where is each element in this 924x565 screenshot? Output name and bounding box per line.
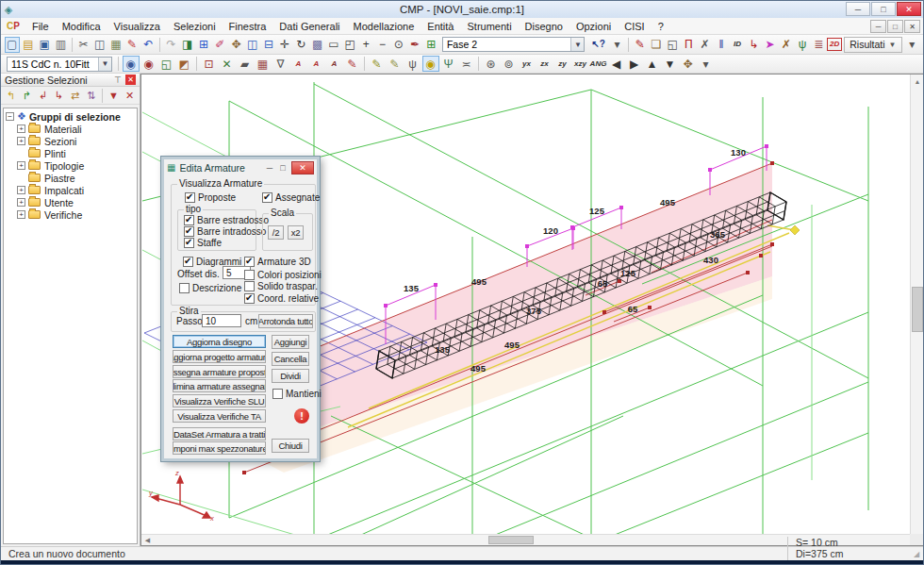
- menu-item-selezioni[interactable]: Selezioni: [167, 20, 223, 33]
- menu-item-file[interactable]: File: [25, 20, 56, 33]
- close-button[interactable]: ✕: [897, 2, 921, 16]
- cdc-select[interactable]: 11S CdC n. 10Fitt▼: [7, 57, 112, 72]
- expand-icon[interactable]: +: [17, 137, 25, 145]
- menu-item-disegno[interactable]: Disegno: [519, 20, 569, 33]
- zoom-in-icon[interactable]: +: [358, 37, 373, 53]
- expand-icon[interactable]: +: [17, 161, 25, 170]
- elimina-armature-assegnate-button[interactable]: Elimina armature assegnate: [173, 379, 266, 392]
- context-help-icon[interactable]: ↖?: [588, 37, 609, 53]
- panel-close-icon[interactable]: ✕: [125, 75, 136, 85]
- undo-icon[interactable]: ↶: [140, 37, 156, 53]
- expand-icon[interactable]: +: [17, 198, 25, 207]
- aggiorna-disegno-button[interactable]: Aggiorna disegno: [173, 335, 266, 348]
- cancella-button[interactable]: Cancella: [272, 352, 309, 366]
- aggiorna-progetto-armature-button[interactable]: Aggiorna progetto armature: [173, 350, 266, 363]
- mdi-close-button[interactable]: ✕: [904, 20, 920, 33]
- resize-grip[interactable]: ◢: [910, 550, 923, 558]
- label-a1-icon[interactable]: A: [290, 56, 307, 72]
- menu-item-visualizza[interactable]: Visualizza: [107, 20, 167, 33]
- menu-item-modellazione[interactable]: Modellazione: [347, 20, 421, 33]
- more-icon[interactable]: ▾: [609, 37, 624, 53]
- step-prev-icon[interactable]: ◀: [608, 56, 625, 72]
- menu-item-cisi[interactable]: CISI: [618, 20, 651, 33]
- paste-icon[interactable]: ▦: [108, 37, 124, 53]
- zoom-previous-icon[interactable]: ◩: [176, 56, 193, 72]
- view-ang-icon[interactable]: ANG: [590, 56, 607, 72]
- expand-icon[interactable]: +: [17, 210, 25, 219]
- image-icon[interactable]: ⊞: [196, 37, 211, 53]
- probe-icon[interactable]: ⊙: [391, 37, 406, 53]
- dialog-minimize-icon[interactable]: ─: [263, 163, 276, 173]
- colori-posizioni-checkbox[interactable]: Colori posizioni: [244, 270, 322, 280]
- horizontal-scroll-thumb[interactable]: [488, 536, 534, 544]
- aggiungi-button[interactable]: Aggiungi: [272, 335, 309, 349]
- passo-input[interactable]: 10: [202, 314, 241, 327]
- view-zy-icon[interactable]: zy: [554, 56, 571, 72]
- pin-icon[interactable]: ⊤: [112, 75, 124, 85]
- sidebar-item-sezioni[interactable]: +Sezioni: [17, 135, 137, 147]
- expand-icon[interactable]: +: [17, 186, 25, 194]
- draw-beam-icon[interactable]: ✎: [633, 37, 648, 53]
- coord-relative-checkbox[interactable]: Coord. relative: [244, 293, 319, 304]
- section-icon[interactable]: ‖: [714, 37, 729, 53]
- select-fence-icon[interactable]: ▰: [237, 56, 254, 72]
- zoom-circle1-icon[interactable]: ⊛: [483, 56, 500, 72]
- menu-item-entita[interactable]: Entità: [421, 20, 460, 33]
- offset-node-icon[interactable]: ↳: [746, 37, 761, 53]
- redo-icon[interactable]: ↷: [163, 37, 178, 53]
- expand-icon[interactable]: +: [17, 125, 25, 133]
- menu-item-help[interactable]: ?: [652, 20, 670, 33]
- step-next-icon[interactable]: ▶: [626, 56, 643, 72]
- draft-pen1-icon[interactable]: ✎: [369, 56, 386, 72]
- label-pen-icon[interactable]: ✎: [344, 56, 361, 72]
- antenna-icon[interactable]: Ψ: [440, 56, 457, 72]
- selection-intersect-icon[interactable]: ⇄: [68, 88, 83, 103]
- mdi-minimize-button[interactable]: ─: [870, 20, 886, 33]
- label-a2-icon[interactable]: A: [308, 56, 325, 72]
- split-vertical-icon[interactable]: ◫: [245, 37, 260, 53]
- selection-remove-icon[interactable]: ↲: [36, 88, 51, 103]
- frame-icon[interactable]: Π: [681, 37, 696, 53]
- sidebar-item-piastre[interactable]: Piastre: [17, 172, 137, 184]
- move-icon[interactable]: ✛: [277, 37, 292, 53]
- dialog-title-bar[interactable]: ▦ Edita Armature ─ □ ✕: [164, 159, 317, 175]
- view-xzy-icon[interactable]: xzy: [572, 56, 589, 72]
- id-icon[interactable]: ID: [730, 37, 745, 53]
- sidebar-item-root[interactable]: −❖Gruppi di selezione: [6, 110, 137, 123]
- edit-pen-icon[interactable]: ✎: [124, 37, 140, 53]
- label-a3-icon[interactable]: A: [326, 56, 343, 72]
- select-window-icon[interactable]: ⊡: [201, 56, 218, 72]
- level-icon[interactable]: ≍: [458, 56, 475, 72]
- chevron-down-icon[interactable]: ▼: [98, 58, 111, 71]
- barre-intradosso-checkbox[interactable]: Barre intradosso: [184, 226, 266, 237]
- dataset-armatura-a-tratti-button[interactable]: DataSet Armatura a tratti: [173, 427, 266, 440]
- box-icon[interactable]: ▭: [326, 37, 341, 53]
- visualizza-verifiche-slu-button[interactable]: Visualizza Verifiche SLU: [173, 394, 266, 407]
- view-2d-icon[interactable]: 2D: [827, 38, 841, 51]
- assegnate-checkbox[interactable]: Assegnate: [262, 192, 320, 203]
- selection-save-icon[interactable]: ↰: [4, 88, 19, 103]
- intersect-icon[interactable]: ✗: [698, 37, 713, 53]
- dialog-close-icon[interactable]: ✕: [291, 161, 314, 174]
- view-zx-icon[interactable]: zx: [536, 56, 553, 72]
- markup-icon[interactable]: ✐: [212, 37, 227, 53]
- bars-icon[interactable]: ψ: [404, 56, 421, 72]
- select-cross-icon[interactable]: ✕: [219, 56, 236, 72]
- zoom-all-icon[interactable]: ◉: [140, 56, 157, 72]
- collapse-icon[interactable]: −: [6, 112, 14, 121]
- sidebar-item-verifiche[interactable]: +Verifiche: [17, 208, 137, 221]
- scala-half-button[interactable]: /2: [268, 225, 284, 240]
- chiudi-button[interactable]: Chiudi: [272, 439, 309, 453]
- cmp-menu-icon[interactable]: CP: [1, 21, 25, 31]
- scroll-up-icon[interactable]: ▲: [911, 75, 924, 88]
- zoom-out-icon[interactable]: −: [374, 37, 389, 53]
- copy-view-icon[interactable]: ◰: [342, 37, 357, 53]
- menu-item-dati-generali[interactable]: Dati Generali: [272, 20, 346, 33]
- zoom-box-icon[interactable]: ◱: [158, 56, 175, 72]
- arrotonda-tutto-button[interactable]: Arrotonda tutto: [258, 314, 313, 328]
- menu-item-opzioni[interactable]: Opzioni: [569, 20, 618, 33]
- scroll-left-icon[interactable]: ◀: [141, 535, 154, 545]
- pan-icon[interactable]: ✥: [228, 37, 243, 53]
- visualizza-verifiche-ta-button[interactable]: Visualizza Verifiche TA: [173, 409, 266, 423]
- fase-select[interactable]: Fase 2▼: [442, 37, 586, 52]
